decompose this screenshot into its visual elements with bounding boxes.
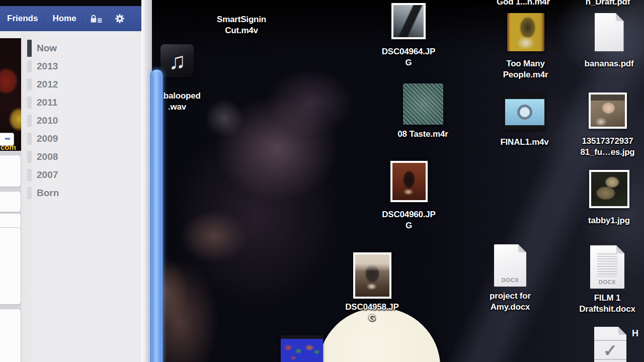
file-label: project for Amy.docx — [470, 291, 550, 313]
file-label: God 1...n.m4r — [478, 0, 569, 8]
file-label: bananas.pdf — [570, 58, 644, 69]
video-thumbnail — [505, 99, 544, 125]
desktop-icon-dsc04958-jpg[interactable]: DSC04958.JP G — [328, 252, 416, 324]
album-art-icon — [403, 83, 443, 125]
privacy-lock-icon — [90, 15, 102, 23]
year-tick-marker — [27, 187, 32, 199]
timeline-year-nav: Now 2013 2012 2011 — [27, 39, 128, 202]
year-label: 2007 — [37, 169, 58, 180]
photo-thumbnail — [390, 161, 428, 202]
file-label: 08 Taste.m4r — [381, 129, 464, 140]
timeline-year-2011[interactable]: 2011 — [27, 94, 128, 112]
window-top-strip — [0, 0, 152, 6]
settings-button[interactable] — [109, 14, 131, 24]
desktop-icon-too-many-people-m4r[interactable]: Too Many People.m4r — [484, 13, 567, 80]
nav-label: Friends — [7, 14, 38, 24]
page-fold-corner — [616, 245, 624, 253]
file-label: DSC04958.JP G — [328, 302, 416, 324]
document-text-preview — [597, 253, 617, 277]
timeline-year-born[interactable]: Born — [27, 184, 128, 202]
strip-top — [0, 31, 21, 38]
docx-badge: DOCX — [494, 277, 526, 283]
partial-file-label: H — [632, 328, 638, 339]
facebook-window: Friends Home — [0, 0, 162, 362]
page-fold-corner — [618, 327, 626, 335]
music-note-icon: ♫ — [169, 49, 186, 72]
checklist-document-icon: ✓ — [594, 327, 626, 362]
photo-thumbnail — [391, 3, 426, 39]
desktop-icon-checklist-document[interactable]: ✓ — [593, 327, 628, 362]
world-map-thumbnail — [281, 335, 323, 362]
desktop-icon-bananas-pdf[interactable]: bananas.pdf — [570, 13, 644, 69]
checkmark-icon: ✓ — [594, 342, 626, 359]
year-label: 2008 — [37, 151, 58, 162]
nav-item-friends[interactable]: Friends — [0, 6, 45, 31]
facebook-panel: Friends Home — [0, 0, 152, 362]
scrollbar-thumb[interactable] — [150, 69, 163, 362]
desktop-icon-film1-draftshit-docx[interactable]: DOCX FILM 1 Draftshit.docx — [562, 245, 644, 315]
timeline-year-2009[interactable]: 2009 — [27, 130, 128, 148]
year-tick-marker — [27, 169, 32, 181]
pdf-document-icon — [595, 13, 624, 51]
year-tick-marker — [27, 40, 32, 57]
video-file-icon — [504, 95, 545, 130]
docx-document-icon: DOCX — [590, 245, 624, 289]
nav-label: Home — [52, 14, 76, 24]
file-label: tabby1.jpg — [568, 215, 644, 226]
file-label: FILM 1 Draftshit.docx — [562, 293, 644, 315]
left-column-sliver: com — [0, 31, 21, 362]
desktop-icon-world-map-video[interactable] — [280, 335, 324, 362]
desktop-icon-project-for-amy-docx[interactable]: DOCX project for Amy.docx — [470, 244, 550, 313]
year-label: 2010 — [37, 115, 58, 126]
desktop-icon-final1-m4v[interactable]: FINAL1.m4v — [483, 95, 566, 148]
year-label: 2011 — [37, 97, 57, 108]
file-label: SmartSignin Cut.m4v — [191, 14, 292, 36]
photo-thumbnail — [589, 93, 627, 129]
year-tick-marker — [27, 60, 32, 72]
year-label: Born — [37, 188, 59, 199]
timeline-year-2013[interactable]: 2013 — [27, 57, 128, 75]
audio-file-icon: ♫ — [160, 44, 194, 77]
year-tick-marker — [27, 115, 32, 127]
desktop-icon-08-taste-m4r[interactable]: 08 Taste.m4r — [381, 83, 464, 140]
year-label: 2013 — [37, 61, 58, 72]
photo-thumbnail — [353, 252, 391, 299]
privacy-shortcuts-button[interactable] — [84, 15, 108, 23]
year-tick-marker — [27, 151, 32, 163]
file-label: DSC04960.JP G — [367, 209, 450, 231]
timeline-year-2010[interactable]: 2010 — [27, 112, 128, 130]
album-art-icon — [507, 13, 544, 51]
file-label: n_Draft.pdf — [568, 0, 644, 8]
file-label: FINAL1.m4v — [483, 137, 566, 148]
year-tick-marker — [27, 133, 32, 145]
desktop-icon-god-m4r[interactable]: God 1...n.m4r — [478, 0, 569, 8]
page-fold-corner — [518, 244, 526, 252]
cover-photo-partial: com — [0, 38, 21, 151]
desktop-icon-n-draft-pdf[interactable]: n_Draft.pdf — [568, 0, 644, 8]
facebook-navbar: Friends Home — [0, 6, 141, 31]
feed-card-partial — [0, 227, 21, 305]
photo-thumbnail — [589, 170, 629, 208]
year-tick-marker — [27, 78, 32, 90]
timeline-year-2007[interactable]: 2007 — [27, 166, 128, 184]
year-label: Now — [37, 43, 57, 54]
nav-item-home[interactable]: Home — [45, 6, 83, 31]
timeline-year-2012[interactable]: 2012 — [27, 75, 128, 94]
timeline-year-now[interactable]: Now — [27, 39, 128, 57]
desktop-icon-1351-jpg[interactable]: 13517372937 81_fu…es.jpg — [566, 93, 644, 158]
timeline-year-2008[interactable]: 2008 — [27, 148, 128, 166]
feed-card-partial — [0, 155, 21, 187]
page-fold-corner — [616, 13, 624, 21]
year-label: 2009 — [37, 133, 58, 144]
file-label: DSC04964.JP G — [371, 46, 446, 68]
year-label: 2012 — [37, 79, 58, 90]
year-tick-marker — [27, 97, 32, 109]
docx-document-icon: DOCX — [494, 244, 526, 287]
desktop-icon-smartsignin-cut-m4v[interactable]: SmartSignin Cut.m4v — [191, 14, 292, 36]
feed-card-partial — [0, 309, 21, 362]
desktop-icon-tabby1-jpg[interactable]: tabby1.jpg — [568, 170, 644, 226]
facebook-content-area: com Now 2013 — [0, 31, 141, 362]
docx-badge: DOCX — [590, 279, 624, 285]
desktop-icon-dsc04964-jpg[interactable]: DSC04964.JP G — [371, 3, 446, 68]
desktop-icon-dsc04960-jpg[interactable]: DSC04960.JP G — [367, 161, 450, 231]
